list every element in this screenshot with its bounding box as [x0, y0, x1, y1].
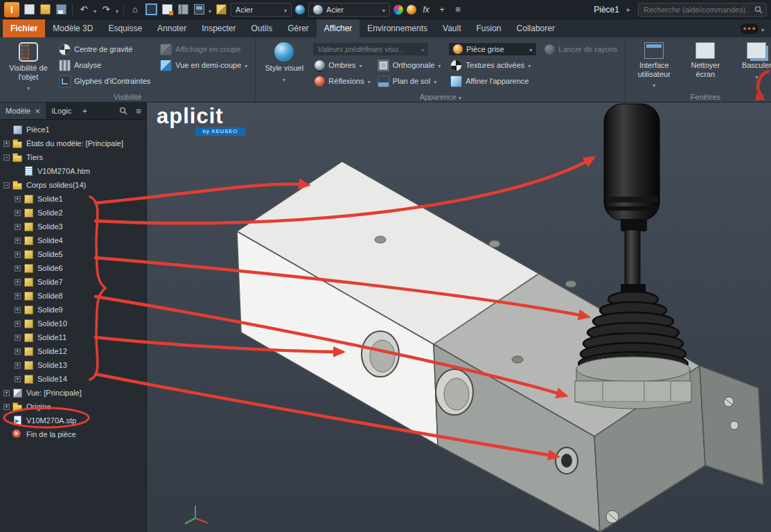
joystick-lever[interactable] [575, 104, 691, 409]
tree-expander[interactable]: + [15, 238, 21, 244]
menu-icon[interactable]: ≡ [452, 3, 464, 16]
center-of-gravity-button[interactable]: Centre de gravité [57, 42, 152, 56]
tree-expander[interactable]: - [3, 154, 10, 161]
iconstraint-glyphs-button[interactable]: Glyphes d'iContraintes [57, 74, 152, 88]
tree-item[interactable]: + Vue: [Principale] [0, 386, 146, 400]
textures-button[interactable]: Textures activées [448, 58, 537, 72]
orthographic-button[interactable]: Orthogonale [375, 58, 443, 72]
tree-expander[interactable] [3, 418, 10, 424]
color-wheel-icon[interactable] [393, 5, 403, 15]
ribbon-tab[interactable]: Fusion [469, 19, 509, 37]
tree-expander[interactable]: + [15, 293, 21, 299]
tree-item[interactable]: + États du modèle: [Principale] [0, 136, 146, 150]
tree-item[interactable]: + Solide4 [0, 233, 146, 247]
valve-3d-model[interactable] [147, 103, 771, 532]
ribbon-tab[interactable]: Collaborer [509, 19, 562, 37]
tree-item[interactable]: + Solide11 [0, 330, 146, 344]
tree-item[interactable]: + Origine [0, 400, 146, 414]
shadows-button[interactable]: Ombres [312, 58, 372, 72]
ribbon-tab[interactable]: Annoter [150, 19, 194, 37]
tree-item[interactable]: + Solide13 [0, 358, 146, 372]
appearance-sphere-icon[interactable] [295, 5, 305, 15]
tabbar-caret-icon[interactable] [761, 22, 764, 35]
tree-expander[interactable]: + [15, 251, 21, 258]
tree-item[interactable]: + Solide6 [0, 261, 146, 275]
tree-expander[interactable] [3, 432, 10, 438]
tree-item[interactable]: + Solide1 [0, 192, 146, 206]
annotate-icon[interactable] [161, 3, 173, 16]
tree-item[interactable]: V10M270A.htm [0, 164, 146, 178]
undo-caret-icon[interactable] [94, 3, 96, 16]
tree-item[interactable]: + Solide8 [0, 289, 146, 303]
tree-item[interactable]: - Tiers [0, 150, 146, 164]
tree-expander[interactable]: + [15, 362, 21, 369]
home-icon[interactable]: ⌂ [129, 3, 141, 16]
clean-screen-button[interactable]: Nettoyer écran [682, 41, 728, 78]
browser-search-icon[interactable] [116, 103, 131, 119]
ribbon-tab[interactable]: Gérer [280, 19, 317, 37]
tree-item[interactable]: + Solide7 [0, 275, 146, 289]
ribbon-tab[interactable]: Modèle 3D [45, 19, 100, 37]
tree-expander[interactable]: + [15, 279, 21, 285]
new-file-icon[interactable] [23, 3, 35, 16]
ribbon-tab[interactable]: Fichier [3, 19, 45, 37]
tree-expander[interactable]: + [15, 376, 21, 382]
cloud-badge-icon[interactable]: ●●● [741, 24, 759, 34]
measure-icon[interactable] [177, 3, 189, 16]
tree-item[interactable]: - Corps solides(14) [0, 178, 146, 192]
tree-item[interactable]: + Solide2 [0, 206, 146, 220]
return-arrow-icon[interactable] [753, 69, 770, 101]
tree-expander[interactable]: - [3, 182, 10, 188]
valve-body[interactable] [237, 161, 763, 532]
browser-menu-icon[interactable]: ≡ [131, 103, 146, 119]
ribbon-tab[interactable]: Environnements [360, 19, 435, 37]
half-section-view-button[interactable]: Vue en demi-coupe [158, 58, 249, 72]
viewport-3d[interactable]: aplicit by KEUSEO [147, 103, 771, 532]
ribbon-tab[interactable]: Outils [243, 19, 280, 37]
visual-style-button[interactable]: Style visuel [261, 41, 307, 83]
tree-expander[interactable]: + [3, 404, 10, 410]
tree-expander[interactable]: + [15, 196, 21, 202]
tree-expander[interactable] [15, 168, 21, 175]
tree-item[interactable]: Fin de la pièce [0, 427, 146, 441]
group-label-apparence[interactable]: Apparence [256, 93, 625, 101]
redo-icon[interactable]: ↷ [100, 3, 112, 16]
tree-expander[interactable]: + [3, 390, 10, 396]
tree-item[interactable]: + Solide10 [0, 317, 146, 330]
tree-expander[interactable]: + [15, 210, 21, 216]
tree-item[interactable]: + Solide12 [0, 344, 146, 358]
object-visibility-button[interactable]: Visibilité de l'objet [6, 41, 51, 92]
open-file-icon[interactable] [39, 3, 51, 16]
app-logo[interactable]: I [4, 2, 19, 17]
close-icon[interactable]: ✕ [35, 107, 40, 115]
refine-appearance-button[interactable]: Affiner l'apparence [448, 74, 537, 88]
ribbon-tab[interactable]: Esquisse [100, 19, 150, 37]
screen-caret-icon[interactable] [209, 3, 211, 16]
tree-expander[interactable]: + [15, 321, 21, 327]
tree-item[interactable]: + Solide9 [0, 303, 146, 317]
parameters-fx-icon[interactable]: fx [420, 3, 432, 16]
help-search[interactable] [638, 3, 767, 17]
undo-icon[interactable]: ↶ [78, 3, 90, 16]
ground-plane-button[interactable]: Plan de sol [375, 74, 443, 88]
gray-part-dropdown[interactable]: Pièce grise [448, 42, 537, 56]
tree-expander[interactable] [3, 127, 10, 133]
save-icon[interactable] [55, 3, 67, 16]
tree-expander[interactable]: + [15, 224, 21, 230]
adjust-sphere-icon[interactable] [407, 5, 416, 15]
tree-item[interactable]: + Solide14 [0, 372, 146, 386]
tree-expander[interactable]: + [15, 307, 21, 313]
ribbon-tab[interactable]: Inspecter [194, 19, 243, 37]
material-dropdown[interactable]: Acier [231, 3, 292, 17]
ribbon-tab[interactable]: Vault [435, 19, 468, 37]
appearance-dropdown[interactable]: Acier [308, 3, 390, 17]
browser-tab-model[interactable]: Modèle ✕ [0, 103, 46, 119]
browser-tab-ilogic[interactable]: iLogic [46, 103, 77, 119]
user-interface-button[interactable]: Interface utilisateur [631, 41, 677, 89]
tree-item[interactable]: V10M270A.stp [0, 414, 146, 427]
tree-expander[interactable]: + [15, 348, 21, 355]
search-input[interactable] [642, 5, 752, 15]
ribbon-tab[interactable]: Afficher [317, 19, 360, 37]
tree-item[interactable]: + Solide3 [0, 220, 146, 233]
tree-expander[interactable]: + [15, 265, 21, 272]
